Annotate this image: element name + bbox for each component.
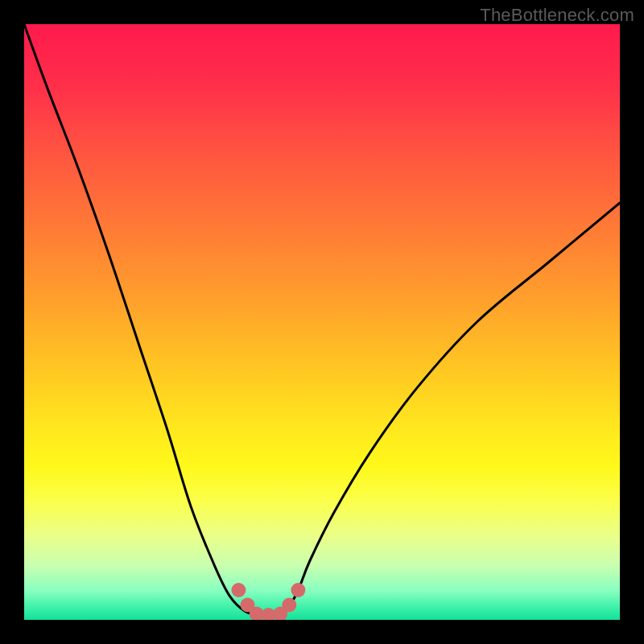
curve-svg (24, 24, 620, 620)
bottom-markers (231, 583, 305, 620)
bottleneck-curve (24, 24, 620, 617)
marker-flat-bottom-left-end (231, 583, 246, 597)
chart-frame: TheBottleneck.com (0, 0, 644, 644)
plot-area (24, 24, 620, 620)
marker-flat-bottom-right-end (291, 583, 305, 597)
marker-flat-bottom-right-mid (282, 598, 296, 613)
watermark-text: TheBottleneck.com (480, 5, 634, 26)
